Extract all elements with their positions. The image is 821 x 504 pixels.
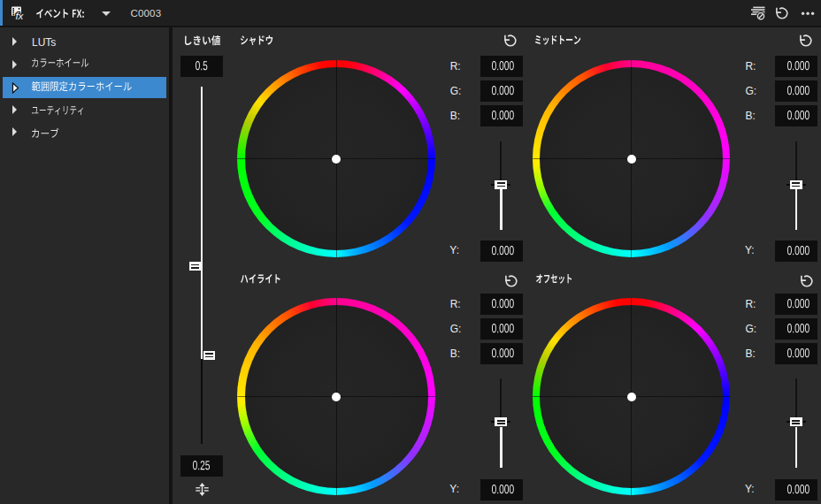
svg-text:fx: fx	[15, 11, 24, 21]
